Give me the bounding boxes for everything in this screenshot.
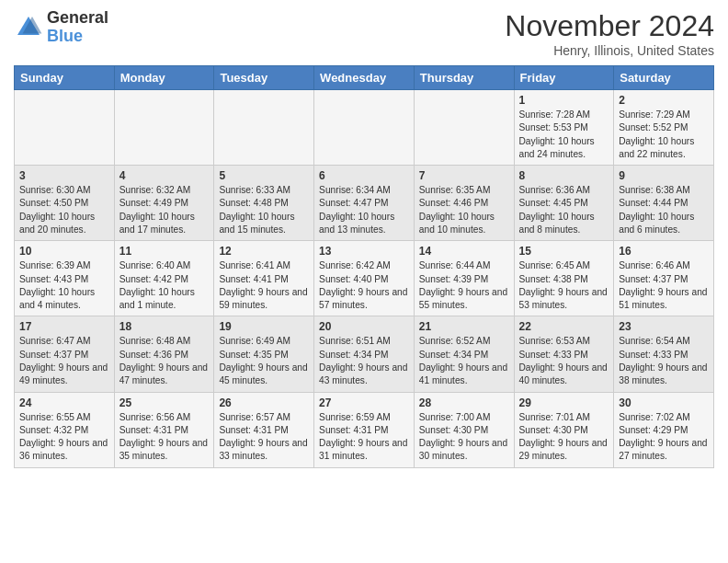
calendar-week-row: 17Sunrise: 6:47 AMSunset: 4:37 PMDayligh… — [15, 316, 714, 392]
day-info: Sunrise: 6:30 AMSunset: 4:50 PMDaylight:… — [19, 184, 109, 236]
day-number: 15 — [519, 245, 609, 258]
calendar-cell — [15, 90, 115, 166]
calendar-week-row: 24Sunrise: 6:55 AMSunset: 4:32 PMDayligh… — [15, 392, 714, 467]
day-number: 25 — [119, 396, 210, 409]
calendar-header: SundayMondayTuesdayWednesdayThursdayFrid… — [15, 66, 714, 90]
day-info: Sunrise: 6:52 AMSunset: 4:34 PMDaylight:… — [419, 335, 509, 387]
logo-blue: Blue — [47, 27, 83, 45]
calendar-cell: 8Sunrise: 6:36 AMSunset: 4:45 PMDaylight… — [514, 166, 614, 241]
day-info: Sunrise: 6:49 AMSunset: 4:35 PMDaylight:… — [219, 335, 309, 387]
header-row: SundayMondayTuesdayWednesdayThursdayFrid… — [15, 66, 714, 90]
day-info: Sunrise: 6:32 AMSunset: 4:49 PMDaylight:… — [119, 184, 210, 236]
day-header-sunday: Sunday — [15, 66, 115, 90]
calendar-cell: 28Sunrise: 7:00 AMSunset: 4:30 PMDayligh… — [414, 392, 514, 467]
day-number: 12 — [219, 245, 309, 258]
calendar-cell: 20Sunrise: 6:51 AMSunset: 4:34 PMDayligh… — [314, 316, 415, 392]
day-number: 4 — [119, 169, 210, 182]
main-container: General Blue November 2024 Henry, Illino… — [0, 0, 728, 477]
calendar-cell: 9Sunrise: 6:38 AMSunset: 4:44 PMDaylight… — [614, 166, 714, 241]
day-number: 16 — [619, 245, 709, 258]
day-number: 6 — [319, 169, 409, 182]
day-info: Sunrise: 7:02 AMSunset: 4:29 PMDaylight:… — [619, 411, 709, 464]
day-info: Sunrise: 6:53 AMSunset: 4:33 PMDaylight:… — [519, 335, 609, 387]
calendar-cell: 21Sunrise: 6:52 AMSunset: 4:34 PMDayligh… — [414, 316, 514, 392]
day-header-tuesday: Tuesday — [214, 66, 314, 90]
calendar-cell: 2Sunrise: 7:29 AMSunset: 5:52 PMDaylight… — [614, 90, 714, 166]
day-number: 23 — [619, 320, 709, 333]
calendar-cell: 17Sunrise: 6:47 AMSunset: 4:37 PMDayligh… — [15, 316, 115, 392]
day-number: 14 — [419, 245, 509, 258]
day-header-wednesday: Wednesday — [314, 66, 415, 90]
day-info: Sunrise: 6:38 AMSunset: 4:44 PMDaylight:… — [619, 184, 709, 236]
calendar-cell: 27Sunrise: 6:59 AMSunset: 4:31 PMDayligh… — [314, 392, 415, 467]
calendar-table: SundayMondayTuesdayWednesdayThursdayFrid… — [14, 65, 714, 468]
day-info: Sunrise: 6:55 AMSunset: 4:32 PMDaylight:… — [19, 411, 109, 464]
day-header-monday: Monday — [114, 66, 214, 90]
calendar-cell: 26Sunrise: 6:57 AMSunset: 4:31 PMDayligh… — [214, 392, 314, 467]
day-number: 19 — [219, 320, 309, 333]
day-number: 22 — [519, 320, 609, 333]
day-info: Sunrise: 6:51 AMSunset: 4:34 PMDaylight:… — [319, 335, 409, 387]
day-info: Sunrise: 6:54 AMSunset: 4:33 PMDaylight:… — [619, 335, 709, 387]
calendar-cell: 1Sunrise: 7:28 AMSunset: 5:53 PMDaylight… — [514, 90, 614, 166]
calendar-cell: 19Sunrise: 6:49 AMSunset: 4:35 PMDayligh… — [214, 316, 314, 392]
day-number: 20 — [319, 320, 409, 333]
day-info: Sunrise: 6:39 AMSunset: 4:43 PMDaylight:… — [19, 259, 109, 312]
calendar-cell — [214, 90, 314, 166]
calendar-cell: 3Sunrise: 6:30 AMSunset: 4:50 PMDaylight… — [15, 166, 115, 241]
calendar-cell: 29Sunrise: 7:01 AMSunset: 4:30 PMDayligh… — [514, 392, 614, 467]
calendar-cell: 30Sunrise: 7:02 AMSunset: 4:29 PMDayligh… — [614, 392, 714, 467]
day-number: 27 — [319, 396, 409, 409]
day-number: 8 — [519, 169, 609, 182]
day-header-saturday: Saturday — [614, 66, 714, 90]
day-info: Sunrise: 6:56 AMSunset: 4:31 PMDaylight:… — [119, 411, 210, 464]
day-number: 30 — [619, 396, 709, 409]
day-info: Sunrise: 6:46 AMSunset: 4:37 PMDaylight:… — [619, 259, 709, 312]
day-header-thursday: Thursday — [414, 66, 514, 90]
day-info: Sunrise: 6:34 AMSunset: 4:47 PMDaylight:… — [319, 184, 409, 236]
day-number: 10 — [19, 245, 109, 258]
title-block: November 2024 Henry, Illinois, United St… — [505, 9, 714, 58]
day-info: Sunrise: 6:41 AMSunset: 4:41 PMDaylight:… — [219, 259, 309, 312]
calendar-cell — [314, 90, 415, 166]
day-number: 26 — [219, 396, 309, 409]
day-number: 21 — [419, 320, 509, 333]
day-number: 3 — [19, 169, 109, 182]
day-info: Sunrise: 6:47 AMSunset: 4:37 PMDaylight:… — [19, 335, 109, 387]
calendar-cell: 24Sunrise: 6:55 AMSunset: 4:32 PMDayligh… — [15, 392, 115, 467]
day-number: 5 — [219, 169, 309, 182]
day-info: Sunrise: 6:45 AMSunset: 4:38 PMDaylight:… — [519, 259, 609, 312]
calendar-cell: 7Sunrise: 6:35 AMSunset: 4:46 PMDaylight… — [414, 166, 514, 241]
day-info: Sunrise: 7:01 AMSunset: 4:30 PMDaylight:… — [519, 411, 609, 464]
calendar-cell: 6Sunrise: 6:34 AMSunset: 4:47 PMDaylight… — [314, 166, 415, 241]
day-number: 29 — [519, 396, 609, 409]
day-number: 11 — [119, 245, 210, 258]
day-info: Sunrise: 7:29 AMSunset: 5:52 PMDaylight:… — [619, 109, 709, 161]
day-info: Sunrise: 7:00 AMSunset: 4:30 PMDaylight:… — [419, 411, 509, 464]
day-info: Sunrise: 6:48 AMSunset: 4:36 PMDaylight:… — [119, 335, 210, 387]
calendar-cell: 25Sunrise: 6:56 AMSunset: 4:31 PMDayligh… — [114, 392, 214, 467]
day-info: Sunrise: 6:36 AMSunset: 4:45 PMDaylight:… — [519, 184, 609, 236]
day-info: Sunrise: 6:57 AMSunset: 4:31 PMDaylight:… — [219, 411, 309, 464]
day-number: 1 — [519, 94, 609, 107]
day-number: 9 — [619, 169, 709, 182]
day-number: 17 — [19, 320, 109, 333]
day-number: 28 — [419, 396, 509, 409]
logo-general: General — [47, 8, 108, 27]
logo-text: General Blue — [47, 9, 108, 46]
logo-icon — [14, 13, 43, 42]
calendar-cell: 10Sunrise: 6:39 AMSunset: 4:43 PMDayligh… — [15, 241, 115, 316]
logo: General Blue — [14, 9, 108, 46]
day-info: Sunrise: 6:33 AMSunset: 4:48 PMDaylight:… — [219, 184, 309, 236]
calendar-cell: 18Sunrise: 6:48 AMSunset: 4:36 PMDayligh… — [114, 316, 214, 392]
calendar-cell: 4Sunrise: 6:32 AMSunset: 4:49 PMDaylight… — [114, 166, 214, 241]
day-number: 7 — [419, 169, 509, 182]
day-number: 24 — [19, 396, 109, 409]
calendar-week-row: 3Sunrise: 6:30 AMSunset: 4:50 PMDaylight… — [15, 166, 714, 241]
calendar-cell: 13Sunrise: 6:42 AMSunset: 4:40 PMDayligh… — [314, 241, 415, 316]
month-title: November 2024 — [505, 9, 714, 43]
day-info: Sunrise: 6:40 AMSunset: 4:42 PMDaylight:… — [119, 259, 210, 312]
day-header-friday: Friday — [514, 66, 614, 90]
calendar-cell: 15Sunrise: 6:45 AMSunset: 4:38 PMDayligh… — [514, 241, 614, 316]
calendar-week-row: 1Sunrise: 7:28 AMSunset: 5:53 PMDaylight… — [15, 90, 714, 166]
